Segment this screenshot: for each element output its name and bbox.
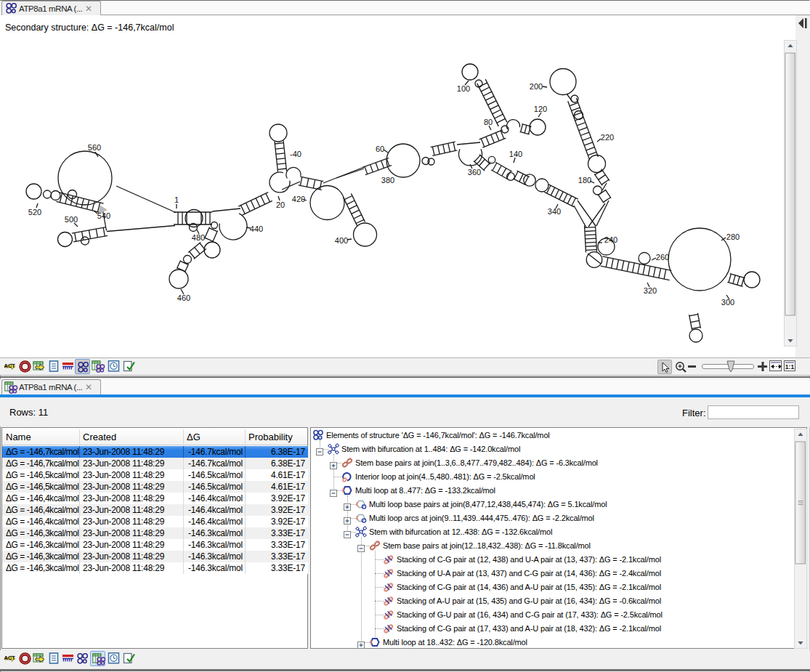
svg-text:460: 460 — [177, 294, 190, 302]
svg-text:540: 540 — [97, 211, 110, 220]
svg-text:120: 120 — [534, 105, 547, 113]
svg-text:180: 180 — [578, 176, 591, 185]
svg-text:420: 420 — [292, 195, 305, 203]
svg-text:500: 500 — [65, 215, 78, 224]
svg-text:440: 440 — [250, 224, 263, 233]
svg-text:520: 520 — [28, 208, 41, 216]
svg-text:80: 80 — [484, 118, 493, 126]
svg-text:320: 320 — [644, 286, 657, 295]
svg-text:1: 1 — [174, 195, 179, 204]
svg-text:340: 340 — [548, 207, 561, 216]
svg-text:560: 560 — [88, 143, 101, 152]
svg-text:140: 140 — [509, 150, 522, 158]
svg-text:-40: -40 — [290, 150, 301, 158]
svg-text:60: 60 — [376, 145, 384, 153]
svg-text:400: 400 — [335, 236, 348, 245]
svg-text:200: 200 — [530, 82, 543, 91]
svg-text:ACT: ACT — [4, 363, 16, 369]
svg-text:480: 480 — [192, 233, 205, 242]
svg-text:ACT: ACT — [4, 655, 16, 661]
svg-text:360: 360 — [468, 168, 481, 177]
svg-text:260: 260 — [656, 253, 669, 262]
svg-text:300: 300 — [721, 298, 734, 307]
svg-text:20: 20 — [276, 201, 285, 209]
svg-text:100: 100 — [457, 84, 470, 93]
svg-text:380: 380 — [381, 176, 394, 185]
svg-text:280: 280 — [726, 232, 740, 241]
svg-text:220: 220 — [601, 133, 614, 142]
svg-text:240: 240 — [604, 235, 617, 244]
